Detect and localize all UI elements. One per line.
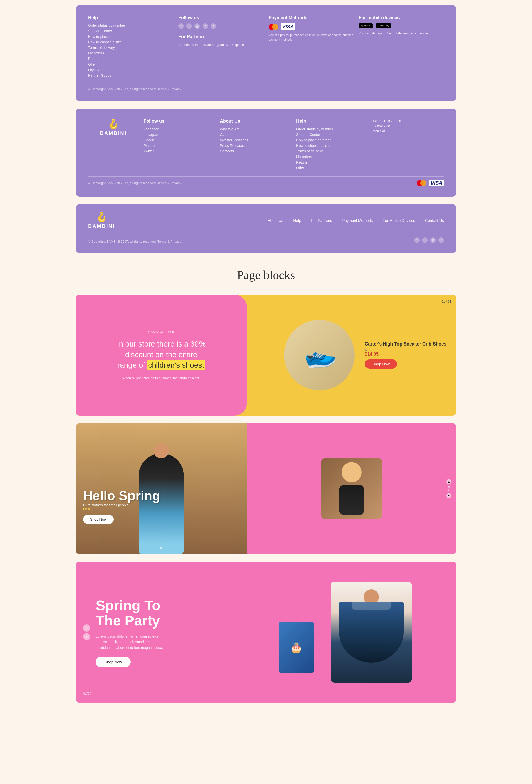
facebook-icon[interactable]: f (178, 23, 184, 29)
prev-arrow-icon[interactable]: ← (440, 304, 445, 309)
visa-icon: VISA (280, 23, 295, 30)
footer3-hanger-icon: 🪝 (96, 212, 107, 222)
footer2-about-link[interactable]: Press Releases (220, 144, 291, 148)
footer2-about-link[interactable]: Who We Are! (220, 127, 291, 131)
child-face (342, 462, 362, 482)
pinterest-icon[interactable]: p (203, 23, 208, 29)
chevron-down-icon[interactable]: ▼ (446, 493, 451, 498)
google-play-label: Google Play (378, 25, 389, 27)
footer3-facebook-icon[interactable]: f (414, 237, 420, 243)
shoe-image: 👟 (284, 320, 355, 390)
footer2-instagram[interactable]: Instagram (144, 133, 215, 137)
footer2-twitter[interactable]: Twitter (144, 149, 215, 153)
app-store-buttons: App Store Google Play (359, 23, 444, 28)
footer2-pinterest[interactable]: Pinterest (144, 144, 215, 148)
footer2-help-link[interactable]: Return (296, 160, 367, 164)
footer3-instagram-icon[interactable]: i (422, 237, 428, 243)
next-button[interactable]: › (83, 633, 90, 640)
footer-mobile-text: You can also go to the mobile version of… (359, 31, 444, 36)
page-wrapper: Help Order status by number Support Cent… (0, 0, 532, 716)
footer2-facebook[interactable]: Facebook (144, 127, 215, 131)
spring-party-title-line2: The Party (96, 613, 160, 628)
next-arrow-icon[interactable]: → (447, 304, 451, 309)
google-icon[interactable]: g (195, 23, 200, 29)
footer-link[interactable]: Return (88, 57, 173, 61)
footer-link[interactable]: How to choose a size (88, 40, 173, 44)
footer3-nav: About Us Help For Partners Payment Metho… (268, 218, 444, 223)
footer-payment-icons: VISA (268, 23, 354, 30)
footer2-google[interactable]: Google (144, 138, 215, 142)
spring-party-title: Spring To The Party (96, 597, 266, 628)
footer-help-col: Help Order status by number Support Cent… (88, 15, 173, 79)
footer2-payment-icons: VISA (417, 180, 444, 187)
footer2-help-link[interactable]: Terms of delivery (296, 149, 367, 153)
footer-link[interactable]: Offer (88, 62, 173, 66)
instagram-icon[interactable]: i (186, 23, 192, 29)
footer3-social-icons: f i p t (414, 237, 444, 243)
footer2-about-col: About Us Who We Are! Career Investor Rel… (220, 119, 291, 155)
footer3-nav-mobile[interactable]: For Mobile Devices (383, 218, 415, 223)
footer-link[interactable]: Order status by number (88, 23, 173, 27)
bambini-logo-text: BAMBINI (100, 130, 127, 136)
hello-spring-text: Hello Spring Cute clothes for small peop… (83, 488, 160, 524)
google-play-button[interactable]: Google Play (376, 23, 392, 28)
dress-figure (331, 582, 412, 683)
footer2-about-link[interactable]: Contacts (220, 149, 291, 153)
banner-2-shop-now-button[interactable]: Shop Now (83, 515, 114, 524)
footer3-nav-contact[interactable]: Contact Us (425, 218, 444, 223)
footer3-nav-help[interactable]: Help (293, 218, 301, 223)
spring-party-title-line1: Spring To (96, 597, 160, 613)
footer-1-grid: Help Order status by number Support Cent… (88, 15, 444, 79)
footer2-help-link[interactable]: Offer (296, 166, 367, 170)
side-image-content: 🎂 (278, 622, 314, 673)
hello-spring-link[interactable]: LINK (83, 507, 90, 511)
footer3-nav-payment[interactable]: Payment Methods (342, 218, 373, 223)
banner-2-nav-counter: 0103 (446, 486, 451, 492)
banner-1-shop-now-button[interactable]: Shop Now (365, 359, 397, 369)
footer2-about-link[interactable]: Career (220, 133, 291, 137)
banner-2-thumbnail (321, 458, 382, 519)
footer3-nav-about[interactable]: About Us (268, 218, 284, 223)
footer2-visa-icon: VISA (429, 180, 444, 187)
footer-link[interactable]: My orders (88, 51, 173, 55)
footer-block-2: 🪝 BAMBINI Follow us Facebook Instagram G… (76, 109, 456, 197)
footer-partners-title: For Partners (178, 34, 264, 39)
banner-1-main-text: In our store there is a 30% discount on … (88, 339, 234, 370)
app-store-button[interactable]: App Store (359, 23, 373, 28)
banner-block-1: USA STORE 55% In our store there is a 30… (76, 295, 456, 416)
footer3-bottom: © Copyright BAMBINI 2017, all rights res… (88, 234, 444, 246)
footer-follow-col: Follow us f i g p t For Partners Connect… (178, 15, 264, 79)
footer3-pinterest-icon[interactable]: p (430, 237, 436, 243)
footer2-about-links: Who We Are! Career Investor Relations Pr… (220, 127, 291, 153)
footer-link[interactable]: How to place an order (88, 34, 173, 38)
footer-link[interactable]: Terms of delivery (88, 46, 173, 50)
footer-mobile-col: For mobile devices App Store Google Play… (359, 15, 444, 79)
chevron-up-icon[interactable]: ▲ (446, 479, 451, 484)
footer-1-copyright: © Copyright BAMBINI 2017, all rights res… (88, 84, 444, 91)
footer3-twitter-icon[interactable]: t (438, 237, 444, 243)
footer3-nav-partners[interactable]: For Partners (311, 218, 332, 223)
footer-link[interactable]: Loyalty program (88, 68, 173, 72)
child-figure (339, 462, 364, 515)
footer-mobile-title: For mobile devices (359, 15, 444, 21)
footer2-help-link[interactable]: How to place an order (296, 138, 367, 142)
banner-1-text2: discount on the entire (125, 350, 198, 359)
hello-spring-subtitle-text: Cute clothes for small people (83, 503, 129, 507)
banner-1-sub: When buying three pairs of shoes, the fo… (88, 375, 234, 381)
shoe-emoji: 👟 (299, 336, 339, 374)
footer2-help-link[interactable]: My orders (296, 155, 367, 159)
footer2-about-link[interactable]: Investor Relations (220, 138, 291, 142)
banner-1-text1: In our store there is a 30% (117, 340, 206, 348)
banner-3-shop-now-button[interactable]: Shop Now (96, 657, 131, 667)
app-store-label: App Store (361, 25, 370, 27)
banner-1-text3: range of (117, 361, 145, 369)
footer-link[interactable]: Partner Goods (88, 73, 173, 77)
footer2-help-link[interactable]: Order status by number (296, 127, 367, 131)
twitter-icon[interactable]: t (211, 23, 216, 29)
prev-button[interactable]: ‹ (83, 624, 90, 632)
footer2-help-link[interactable]: Support Center (296, 133, 367, 137)
footer-link[interactable]: Support Center (88, 29, 173, 33)
footer2-help-link[interactable]: How to choose a size (296, 144, 367, 148)
page-blocks-title: Page blocks (76, 268, 456, 282)
bambini-logo: 🪝 BAMBINI (88, 119, 139, 136)
